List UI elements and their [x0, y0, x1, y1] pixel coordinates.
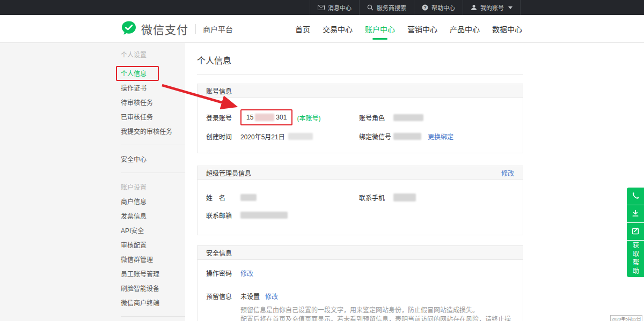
contact-phone-label: 联系手机 [359, 193, 393, 202]
admin-modify-link[interactable]: 修改 [501, 168, 514, 177]
security-info-card-header: 安全信息 [197, 246, 523, 260]
mail-icon [318, 5, 325, 10]
login-account-suffix: 301 [276, 114, 287, 121]
reserved-modify-link[interactable]: 修改 [265, 292, 278, 301]
platform-subtitle: 商户平台 [203, 24, 233, 34]
password-modify-link[interactable]: 修改 [240, 268, 253, 278]
account-role-label: 账号角色 [359, 113, 393, 122]
admin-name-label: 姓 名 [206, 193, 240, 202]
contact-phone-button[interactable] [627, 188, 644, 205]
contact-email-redacted [240, 212, 288, 219]
account-info-title: 账号信息 [206, 86, 232, 95]
sidebar-divider [121, 145, 185, 145]
reserved-info-label: 预留信息 [206, 292, 240, 301]
topbar-item-my-account[interactable]: 我的账号 [463, 0, 521, 15]
sidebar-item-merchant-info[interactable]: 商户信息 [121, 194, 185, 208]
main-content: 个人信息 账号信息 登录账号 15 301 [185, 43, 644, 321]
admin-name-redacted [240, 194, 257, 201]
topbar-item-messages[interactable]: 消息中心 [310, 0, 359, 15]
account-info-card: 账号信息 登录账号 15 301 (本账号) [197, 84, 523, 153]
topbar-item-provider-search[interactable]: 服务商搜索 [359, 0, 414, 15]
nav-item-data-center[interactable]: 数据中心 [491, 15, 523, 42]
title-divider [197, 74, 523, 74]
sidebar-item-review-config[interactable]: 审核配置 [121, 237, 185, 252]
sidebar-divider [121, 316, 185, 317]
account-info-card-header: 账号信息 [197, 84, 523, 98]
bound-wechat-label: 绑定微信号 [359, 132, 393, 141]
date-popup: 2020年5月22日 [610, 315, 642, 321]
user-icon [471, 4, 477, 11]
description-line: 配置后将在首页及充值页面显示。若未看到预留信息，表明当前访问的网站存在风险，请终… [240, 315, 514, 321]
super-admin-card-header: 超级管理员信息 修改 [197, 166, 523, 180]
current-account-note: (本账号) [297, 113, 320, 122]
account-role-redacted [393, 114, 423, 121]
topbar-item-help-center[interactable]: ? 帮助中心 [414, 0, 463, 15]
created-time-label: 创建时间 [206, 132, 240, 141]
login-account-annotation-box: 15 301 [240, 109, 292, 125]
nav-item-transaction-center[interactable]: 交易中心 [321, 15, 354, 42]
login-account-label: 登录账号 [206, 113, 240, 122]
sidebar-item-face-smart-device[interactable]: 刷脸智能设备 [121, 281, 185, 295]
svg-text:?: ? [423, 5, 426, 10]
sidebar: 个人设置 个人信息 操作证书 待审核任务 已审核任务 我提交的审核任务 安全中心… [0, 43, 185, 321]
help-icon: ? [422, 4, 428, 11]
sidebar-item-wechat-group-management[interactable]: 微信群管理 [121, 252, 185, 266]
phone-icon [631, 191, 640, 201]
change-binding-link[interactable]: 更换绑定 [428, 132, 453, 141]
topbar-item-label: 帮助中心 [431, 3, 455, 12]
brand-divider [195, 24, 196, 34]
sidebar-item-my-submitted-tasks[interactable]: 我提交的审核任务 [121, 124, 185, 138]
sidebar-group-personal-settings: 个人设置 [121, 47, 185, 62]
topbar-item-label: 我的账号 [480, 3, 504, 12]
sidebar-item-personal-info[interactable]: 个人信息 [121, 66, 185, 80]
reserved-info-description: 预留信息是由你自己设置的一段文字，用来鉴定网站身份，防止假冒网站造成损失。 配置… [240, 306, 514, 321]
created-time-redacted [288, 133, 313, 140]
feedback-button[interactable] [627, 223, 644, 240]
topbar-item-label: 服务商搜索 [377, 3, 406, 12]
sidebar-group-account-settings: 账户设置 [121, 180, 185, 194]
nav-item-product-center[interactable]: 产品中心 [449, 15, 481, 42]
chevron-down-icon [508, 6, 513, 9]
contact-phone-redacted [393, 193, 416, 201]
sidebar-divider [121, 173, 185, 173]
sidebar-item-security-center[interactable]: 安全中心 [121, 152, 185, 166]
login-account-prefix: 15 [246, 114, 253, 121]
wechat-pay-logo-icon [121, 20, 137, 38]
operation-password-label: 操作密码 [206, 268, 240, 278]
brand-name: 微信支付 [141, 21, 188, 37]
created-time-value: 2020年5月21日 [240, 132, 285, 141]
super-admin-title: 超级管理员信息 [206, 168, 251, 177]
page-title: 个人信息 [197, 54, 523, 66]
sidebar-item-operation-certificate[interactable]: 操作证书 [121, 80, 185, 95]
description-line: 预留信息是由你自己设置的一段文字，用来鉴定网站身份，防止假冒网站造成损失。 [240, 306, 514, 315]
topbar: 消息中心 服务商搜索 ? 帮助中心 我的账号 [0, 0, 644, 15]
sidebar-item-api-security[interactable]: API安全 [121, 223, 185, 237]
bound-wechat-redacted [393, 133, 421, 140]
login-account-redacted [255, 114, 274, 121]
sidebar-item-staff-account-management[interactable]: 员工账号管理 [121, 266, 185, 281]
sidebar-item-invoice-info[interactable]: 发票信息 [121, 208, 185, 223]
feedback-icon [631, 227, 640, 237]
search-icon [367, 4, 374, 11]
get-help-button[interactable]: 获取帮助 [627, 241, 644, 277]
super-admin-card: 超级管理员信息 修改 姓 名 联系手机 [197, 166, 523, 235]
contact-email-label: 联系邮箱 [206, 211, 240, 220]
nav-item-marketing-center[interactable]: 营销中心 [406, 15, 438, 42]
brand-logo[interactable]: 微信支付 [121, 20, 188, 38]
page-layout: 个人设置 个人信息 操作证书 待审核任务 已审核任务 我提交的审核任务 安全中心… [0, 43, 644, 321]
security-info-title: 安全信息 [206, 248, 232, 257]
primary-nav: 首页 交易中心 账户中心 营销中心 产品中心 数据中心 [294, 15, 523, 42]
nav-item-account-center[interactable]: 账户中心 [364, 15, 396, 42]
download-button[interactable] [627, 205, 644, 222]
sidebar-item-reviewed-tasks[interactable]: 已审核任务 [121, 109, 185, 124]
sidebar-item-pending-review-tasks[interactable]: 待审核任务 [121, 95, 185, 109]
nav-item-home[interactable]: 首页 [294, 15, 311, 42]
reserved-info-status: 未设置 [240, 292, 260, 301]
download-icon [631, 209, 640, 219]
sidebar-item-wechat-merchant-terminal[interactable]: 微信商户终端 [121, 295, 185, 310]
header: 微信支付 商户平台 首页 交易中心 账户中心 营销中心 产品中心 数据中心 [0, 15, 644, 43]
security-info-card: 安全信息 操作密码 修改 预留信息 未设置 修改 [197, 245, 523, 321]
floating-help-stack: 获取帮助 [627, 188, 644, 277]
topbar-item-label: 消息中心 [328, 3, 352, 12]
